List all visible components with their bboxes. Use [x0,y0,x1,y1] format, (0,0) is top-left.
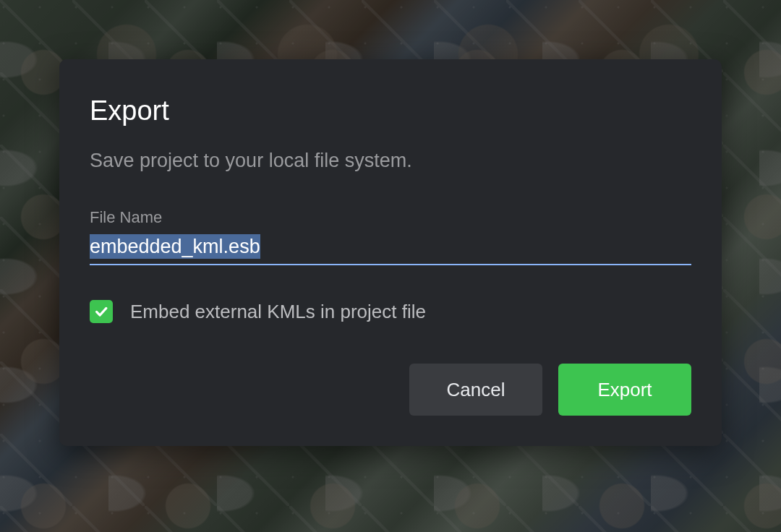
file-name-label: File Name [90,208,691,227]
export-button[interactable]: Export [558,364,691,416]
embed-kml-row: Embed external KMLs in project file [90,300,691,323]
file-name-input-wrapper[interactable]: embedded_kml.esb [90,236,691,265]
checkmark-icon [93,304,109,319]
file-name-input[interactable]: embedded_kml.esb [90,234,260,259]
export-dialog: Export Save project to your local file s… [59,59,722,446]
embed-kml-label: Embed external KMLs in project file [130,301,426,323]
embed-kml-checkbox[interactable] [90,300,113,323]
cancel-button[interactable]: Cancel [409,364,542,416]
dialog-title: Export [90,95,691,126]
dialog-subtitle: Save project to your local file system. [90,150,691,172]
dialog-buttons: Cancel Export [90,364,691,416]
